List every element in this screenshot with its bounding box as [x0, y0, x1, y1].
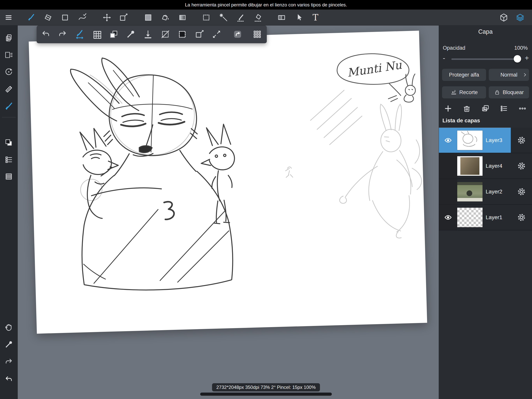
layer-row[interactable]: Layer3	[439, 128, 532, 153]
layers-panel-icon[interactable]	[515, 12, 526, 23]
deselect-icon[interactable]	[160, 29, 171, 40]
select-pen-icon[interactable]	[235, 12, 246, 23]
undo-sidebar-icon[interactable]	[3, 374, 14, 385]
opacity-slider-knob[interactable]	[514, 55, 521, 63]
lock-icon	[494, 89, 500, 96]
clip-icon	[450, 89, 457, 96]
layer-name: Layer2	[486, 189, 502, 195]
layer-settings-gear-icon[interactable]	[517, 187, 526, 196]
magic-wand-icon[interactable]	[218, 12, 229, 23]
layer-list: Layer3 Layer4 Layer2 Layer1	[439, 128, 532, 231]
canvas-status-text: 2732*2048px 350dpi 73% 2° Pincel: 15px 1…	[216, 385, 316, 390]
color-chip[interactable]	[3, 137, 14, 148]
opacity-value: 100%	[514, 45, 528, 51]
transform-selection-icon[interactable]	[194, 29, 205, 40]
shape-tool-icon[interactable]	[60, 12, 70, 23]
opacity-increase-button[interactable]: +	[525, 54, 529, 62]
grid-icon[interactable]	[252, 29, 263, 40]
palette-icon[interactable]	[3, 171, 14, 182]
clip-button[interactable]: Recorte	[442, 86, 486, 98]
medibang-paint-app: { "banner": { "text": "La herramienta pi…	[0, 0, 532, 399]
layer-list-icon[interactable]	[499, 104, 508, 113]
fullscreen-icon[interactable]	[211, 29, 222, 40]
layer-name: Layer4	[486, 163, 502, 169]
layer-list-header: Lista de capas	[443, 117, 480, 124]
eyedropper-sidebar-icon[interactable]	[3, 339, 14, 350]
lock-button[interactable]: Bloquear	[489, 86, 529, 98]
layer-visibility-toggle[interactable]	[444, 213, 452, 222]
gradient-tool-icon[interactable]	[177, 12, 188, 23]
layer-name: Layer1	[486, 214, 502, 220]
color-swatch[interactable]	[143, 12, 154, 23]
select-layout-icon[interactable]	[3, 50, 14, 60]
protect-alpha-button[interactable]: Proteger alfa	[442, 69, 486, 81]
transform-tool-icon[interactable]	[118, 12, 129, 23]
chevron-right-icon	[522, 72, 528, 78]
top-toolbar: T	[0, 10, 532, 26]
speech-bubble-text: Munti Nu	[346, 58, 403, 79]
ruler-icon[interactable]	[3, 84, 14, 95]
menu-icon[interactable]	[3, 12, 14, 23]
layer-thumbnail[interactable]	[457, 182, 482, 201]
duplicate-layer-icon[interactable]	[481, 104, 490, 113]
redo-icon[interactable]	[57, 29, 68, 40]
deselect-cursor-icon[interactable]	[293, 12, 304, 23]
pages-icon[interactable]	[3, 32, 14, 44]
layer-thumbnail[interactable]	[457, 208, 482, 227]
material-3d-icon[interactable]	[498, 12, 509, 23]
rotate-reset-icon[interactable]	[3, 66, 14, 77]
layer-rows-icon[interactable]	[3, 154, 14, 165]
tool-hint-banner: La herramienta pincel permite dibujar en…	[0, 0, 532, 10]
layer-panel-title: Capa	[439, 26, 532, 38]
layer-thumbnail[interactable]	[457, 130, 482, 150]
redo-sidebar-icon[interactable]	[3, 356, 14, 367]
layer-thumbnail[interactable]	[457, 156, 482, 176]
canvas-status-bar: 2732*2048px 350dpi 73% 2° Pincel: 15px 1…	[212, 383, 320, 391]
eyedropper-icon[interactable]	[125, 29, 136, 40]
quick-toolbar	[37, 26, 267, 43]
layer-settings-gear-icon[interactable]	[517, 213, 526, 222]
select-eraser-icon[interactable]	[253, 12, 264, 23]
opacity-slider-track[interactable]	[451, 58, 519, 60]
layer-row[interactable]: Layer2	[439, 179, 532, 205]
sidebar-divider	[2, 117, 16, 117]
transparency-icon[interactable]	[91, 29, 102, 40]
select-all-icon[interactable]	[177, 29, 188, 40]
brush-sidebar-icon[interactable]	[3, 101, 14, 112]
fill-tool-icon[interactable]	[160, 12, 171, 23]
eraser-tool-icon[interactable]	[43, 12, 53, 23]
opacity-decrease-button[interactable]: -	[443, 54, 445, 62]
canvas-sketch: Munti Nu	[29, 31, 427, 334]
opacity-label: Opacidad	[443, 45, 465, 51]
layer-settings-gear-icon[interactable]	[517, 161, 526, 170]
layer-row[interactable]: Layer1	[439, 205, 532, 231]
blend-mode-button[interactable]: Normal	[489, 69, 529, 81]
layer-settings-gear-icon[interactable]	[517, 136, 526, 145]
share-icon[interactable]	[232, 29, 243, 40]
opacity-slider: - +	[439, 53, 532, 65]
layer-panel: Capa Opacidad 100% - + Proteger alfa Nor…	[439, 26, 532, 399]
undo-icon[interactable]	[40, 29, 51, 40]
brush-size-icon[interactable]	[74, 29, 85, 40]
add-layer-icon[interactable]	[443, 104, 453, 113]
divide-layout-icon[interactable]	[276, 12, 287, 23]
layer-name: Layer3	[486, 137, 502, 143]
layer-actions	[439, 103, 532, 114]
move-tool-icon[interactable]	[101, 12, 112, 23]
left-sidebar	[0, 26, 18, 399]
layer-row[interactable]: Layer4	[439, 153, 532, 179]
brush-tool-icon[interactable]	[26, 12, 37, 23]
select-rect-icon[interactable]	[201, 12, 212, 23]
layer-visibility-toggle[interactable]	[444, 136, 452, 145]
delete-layer-icon[interactable]	[462, 104, 471, 113]
hand-icon[interactable]	[3, 322, 14, 333]
swap-colors-icon[interactable]	[108, 29, 119, 40]
curve-tool-icon[interactable]	[77, 12, 88, 23]
save-icon[interactable]	[143, 29, 153, 40]
home-indicator[interactable]	[200, 393, 332, 396]
more-icon[interactable]	[518, 104, 527, 113]
tool-hint-text: La herramienta pincel permite dibujar en…	[185, 2, 347, 8]
drawing-canvas[interactable]: Munti Nu	[29, 31, 427, 334]
text-tool-icon[interactable]: T	[310, 12, 321, 23]
